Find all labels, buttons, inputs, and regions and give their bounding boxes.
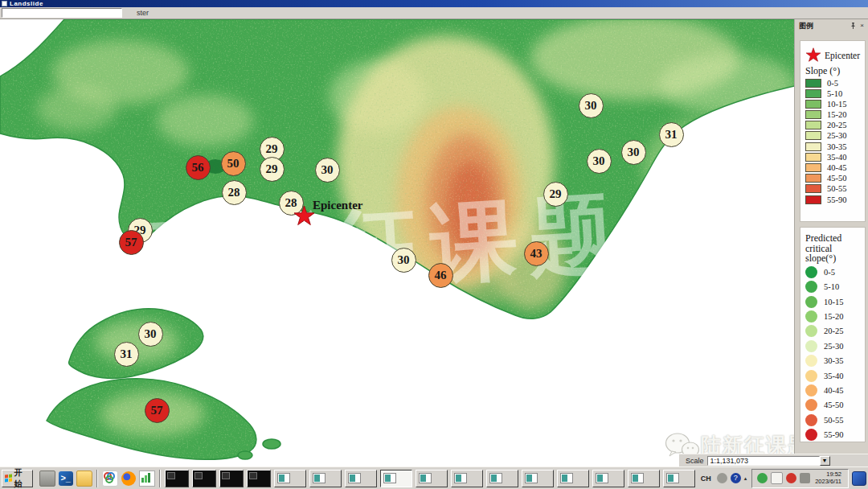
legend-class-label: 45-50 bbox=[824, 401, 844, 409]
legend-swatch bbox=[805, 153, 821, 162]
legend-panel-title: 图例 bbox=[799, 21, 849, 31]
taskbar-separator bbox=[159, 470, 161, 487]
legend-swatch bbox=[805, 399, 817, 411]
critical-class-row: 0-5 bbox=[805, 266, 865, 278]
slope-marker[interactable]: 43 bbox=[524, 241, 549, 266]
legend-class-label: 20-25 bbox=[827, 121, 847, 129]
flag-icon[interactable] bbox=[771, 472, 783, 484]
slope-class-row: 40-45 bbox=[805, 163, 865, 172]
legend-class-label: 5-10 bbox=[824, 282, 839, 291]
app-window-button[interactable] bbox=[451, 470, 483, 487]
app-window-button[interactable] bbox=[274, 470, 306, 487]
slope-marker[interactable]: 30 bbox=[315, 158, 340, 183]
console-window-button[interactable] bbox=[247, 470, 271, 487]
scale-dropdown-arrow[interactable]: ▼ bbox=[820, 456, 830, 466]
slope-marker[interactable]: 31 bbox=[114, 342, 139, 367]
legend-class-label: 30-35 bbox=[827, 142, 847, 151]
legend-swatch bbox=[805, 325, 817, 337]
legend-panel-header[interactable]: 图例 × bbox=[795, 19, 868, 32]
app-window-button[interactable] bbox=[416, 470, 448, 487]
legend-class-label: 35-40 bbox=[827, 153, 847, 162]
blocked-icon[interactable] bbox=[786, 473, 796, 483]
network-icon[interactable] bbox=[717, 473, 727, 483]
app-window-button[interactable] bbox=[628, 470, 660, 487]
slope-marker[interactable]: 29 bbox=[543, 182, 568, 207]
language-indicator[interactable]: CH bbox=[701, 475, 711, 483]
legend-class-label: 55-90 bbox=[824, 430, 844, 439]
slope-marker[interactable]: 56 bbox=[186, 155, 211, 180]
venn-app-icon[interactable] bbox=[102, 471, 118, 487]
panel-close-icon[interactable]: × bbox=[858, 22, 866, 31]
critical-class-row: 55-90 bbox=[805, 429, 865, 441]
chart-app-icon[interactable] bbox=[139, 471, 155, 487]
epicenter-star[interactable] bbox=[293, 205, 315, 227]
window-thumbnail-icon bbox=[454, 473, 467, 483]
folder-icon[interactable] bbox=[76, 471, 92, 487]
slope-marker[interactable]: 30 bbox=[621, 140, 646, 165]
app-window-button[interactable] bbox=[592, 470, 624, 487]
slope-marker[interactable]: 57 bbox=[119, 230, 144, 255]
legend-class-label: 0-5 bbox=[824, 268, 835, 277]
console-window-button[interactable] bbox=[192, 470, 216, 487]
slope-marker[interactable]: 30 bbox=[138, 322, 163, 347]
legend-swatch bbox=[805, 384, 817, 397]
tray-clock[interactable]: 19:52 2023/6/11 bbox=[815, 471, 841, 485]
slope-marker[interactable]: 46 bbox=[428, 263, 453, 288]
epicenter-legend-label: Epicenter bbox=[825, 51, 860, 60]
layer-combo[interactable] bbox=[2, 8, 122, 18]
device-icon[interactable] bbox=[39, 471, 55, 487]
critical-legend-title: Predicted critical slope(°) bbox=[805, 233, 865, 264]
epicenter-label: Epicenter bbox=[313, 199, 362, 212]
legend-class-label: 40-45 bbox=[827, 163, 847, 172]
firefox-icon[interactable] bbox=[121, 471, 136, 486]
toolbar-text: ster bbox=[137, 9, 149, 17]
app-window-button[interactable] bbox=[522, 470, 554, 487]
window-thumbnail-icon bbox=[419, 473, 432, 483]
usb-icon[interactable] bbox=[800, 473, 810, 483]
system-tray: CH ? ▴ 19:52 2023/6/11 bbox=[697, 469, 866, 488]
epicenter-legend-icon bbox=[805, 47, 821, 63]
slope-marker[interactable]: 30 bbox=[587, 149, 612, 174]
tray-expand-icon[interactable]: ▴ bbox=[744, 475, 747, 482]
slope-marker[interactable]: 31 bbox=[659, 122, 684, 147]
app-window-button[interactable] bbox=[345, 470, 377, 487]
window-thumbnail-icon bbox=[666, 473, 679, 483]
slope-class-row: 45-50 bbox=[805, 174, 865, 183]
legend-class-label: 15-20 bbox=[827, 110, 847, 119]
scale-label: Scale bbox=[686, 457, 704, 465]
legend-swatch bbox=[805, 184, 821, 193]
legend-swatch bbox=[805, 310, 817, 323]
slope-marker[interactable]: 28 bbox=[222, 180, 247, 205]
critical-class-row: 20-25 bbox=[805, 325, 865, 337]
slope-class-row: 0-5 bbox=[805, 79, 865, 88]
help-icon[interactable]: ? bbox=[731, 473, 741, 483]
app-window-button[interactable] bbox=[663, 470, 695, 487]
critical-class-row: 15-20 bbox=[805, 310, 865, 323]
app-window-button[interactable] bbox=[380, 470, 412, 487]
app-window-button[interactable] bbox=[486, 470, 518, 487]
slope-marker[interactable]: 50 bbox=[221, 151, 246, 176]
start-label: 开始 bbox=[14, 467, 28, 489]
console-window-button[interactable] bbox=[219, 470, 244, 487]
legend-class-label: 10-15 bbox=[824, 298, 844, 306]
slope-class-row: 25-30 bbox=[805, 131, 865, 140]
slope-marker[interactable]: 29 bbox=[260, 157, 285, 182]
slope-marker[interactable]: 57 bbox=[145, 398, 170, 423]
scale-combo[interactable]: 1:1,131,073 bbox=[707, 456, 820, 466]
epicenter-legend-row: Epicenter bbox=[805, 47, 865, 63]
window-titlebar[interactable]: Landslide bbox=[0, 0, 868, 7]
pin-icon[interactable] bbox=[849, 22, 858, 31]
slope-marker[interactable]: 30 bbox=[579, 93, 604, 118]
powershell-icon[interactable]: >_ bbox=[59, 471, 73, 486]
console-window-button[interactable] bbox=[165, 470, 189, 487]
app-window-button[interactable] bbox=[309, 470, 342, 487]
show-desktop-button[interactable] bbox=[852, 471, 866, 486]
slope-marker[interactable]: 30 bbox=[391, 248, 416, 273]
window-title: Landslide bbox=[10, 0, 43, 7]
eco-icon[interactable] bbox=[757, 473, 768, 483]
legend-class-label: 5-10 bbox=[827, 89, 842, 98]
scale-toolbar: Scale 1:1,131,073 ▼ bbox=[679, 454, 868, 466]
app-window-button[interactable] bbox=[557, 470, 589, 487]
start-button[interactable]: 开始 bbox=[2, 470, 33, 487]
legend-swatch bbox=[805, 281, 817, 293]
